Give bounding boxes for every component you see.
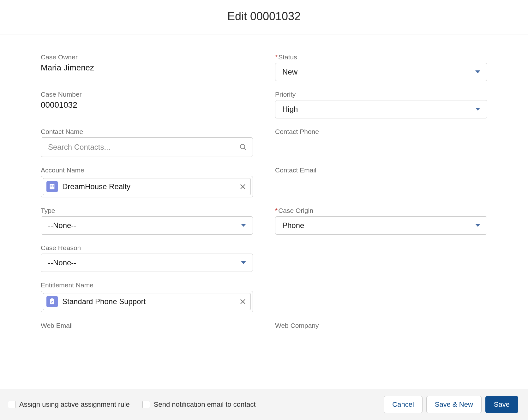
footer-buttons: Cancel Save & New Save	[384, 396, 518, 413]
send-notification-option[interactable]: Send notification email to contact	[142, 400, 256, 409]
save-button[interactable]: Save	[485, 396, 518, 413]
label-contact-email: Contact Email	[275, 166, 487, 174]
picklist-case-reason[interactable]: --None--	[41, 254, 253, 272]
label-status: *Status	[275, 53, 487, 61]
label-contact-phone: Contact Phone	[275, 128, 487, 135]
label-case-reason: Case Reason	[41, 244, 253, 252]
field-web-company: Web Company	[275, 322, 487, 331]
svg-rect-9	[50, 299, 54, 304]
modal-title: Edit 00001032	[0, 0, 528, 34]
svg-rect-4	[53, 185, 54, 186]
svg-rect-6	[53, 186, 54, 187]
picklist-status[interactable]: New	[275, 63, 487, 81]
label-case-origin-text: Case Origin	[278, 207, 313, 214]
picklist-priority[interactable]: High	[275, 100, 487, 118]
save-and-new-button[interactable]: Save & New	[426, 396, 482, 413]
label-contact-name: Contact Name	[41, 128, 253, 135]
svg-rect-10	[51, 298, 53, 300]
empty-cell	[275, 244, 487, 281]
cancel-button[interactable]: Cancel	[384, 396, 422, 413]
label-case-owner: Case Owner	[41, 53, 253, 61]
svg-line-1	[244, 148, 246, 150]
field-case-number: Case Number 00001032	[41, 91, 253, 118]
required-mark-status: *	[275, 53, 278, 61]
label-web-email: Web Email	[41, 322, 253, 329]
field-entitlement-name: Entitlement Name Standard Phone Support	[41, 281, 253, 312]
checkbox-send-notif[interactable]	[142, 401, 150, 408]
field-account-name: Account Name DreamHouse Realty	[41, 166, 253, 197]
label-entitlement-name: Entitlement Name	[41, 281, 253, 289]
field-case-origin: *Case Origin Phone	[275, 207, 487, 235]
picklist-status-value: New	[282, 68, 297, 76]
pill-account-label: DreamHouse Realty	[62, 182, 130, 191]
picklist-priority-value: High	[282, 105, 298, 114]
value-case-owner: Maria Jimenez	[41, 63, 253, 73]
pill-account: DreamHouse Realty	[43, 178, 251, 195]
picklist-type[interactable]: --None--	[41, 216, 253, 235]
picklist-type-value: --None--	[48, 221, 76, 230]
picklist-case-origin[interactable]: Phone	[275, 216, 487, 235]
picklist-case-reason-value: --None--	[48, 258, 76, 267]
field-case-owner: Case Owner Maria Jimenez	[41, 53, 253, 81]
remove-entitlement-button[interactable]	[240, 298, 246, 305]
field-type: Type --None--	[41, 207, 253, 235]
chevron-down-icon	[241, 224, 246, 227]
field-web-email: Web Email	[41, 322, 253, 331]
chevron-down-icon	[475, 107, 481, 111]
modal-body: Case Owner Maria Jimenez *Status New Cas…	[0, 34, 528, 389]
label-account-name: Account Name	[41, 166, 253, 174]
field-status: *Status New	[275, 53, 487, 81]
svg-rect-2	[50, 184, 55, 189]
chevron-down-icon	[475, 70, 481, 74]
label-case-number: Case Number	[41, 91, 253, 98]
svg-point-0	[240, 144, 245, 149]
chevron-down-icon	[475, 224, 481, 227]
lookup-entitlement-name[interactable]: Standard Phone Support	[41, 291, 253, 312]
label-send-notif: Send notification email to contact	[154, 400, 256, 409]
label-priority: Priority	[275, 91, 487, 98]
account-icon	[46, 181, 58, 192]
checkbox-assign-rule[interactable]	[8, 401, 15, 408]
modal-footer: Assign using active assignment rule Send…	[0, 389, 528, 420]
label-status-text: Status	[278, 53, 297, 61]
field-priority: Priority High	[275, 91, 487, 118]
empty-cell	[275, 281, 487, 322]
label-assign-rule: Assign using active assignment rule	[19, 400, 130, 409]
required-mark-origin: *	[275, 207, 278, 214]
svg-rect-3	[51, 185, 51, 186]
form-grid: Case Owner Maria Jimenez *Status New Cas…	[41, 53, 487, 331]
field-contact-email: Contact Email	[275, 166, 487, 197]
label-type: Type	[41, 207, 253, 214]
entitlement-icon	[46, 296, 58, 307]
pill-entitlement-label: Standard Phone Support	[62, 297, 146, 306]
search-icon	[239, 143, 247, 151]
label-case-origin: *Case Origin	[275, 207, 487, 214]
assign-rule-option[interactable]: Assign using active assignment rule	[8, 400, 130, 409]
svg-rect-5	[51, 186, 51, 187]
field-contact-name: Contact Name	[41, 128, 253, 157]
lookup-account-name[interactable]: DreamHouse Realty	[41, 176, 253, 197]
pill-entitlement: Standard Phone Support	[43, 293, 251, 310]
edit-case-modal: Edit 00001032 Case Owner Maria Jimenez *…	[0, 0, 528, 420]
input-contact-name[interactable]	[48, 143, 235, 152]
value-case-number: 00001032	[41, 100, 253, 110]
lookup-contact-name[interactable]	[41, 137, 253, 157]
chevron-down-icon	[241, 261, 246, 265]
picklist-case-origin-value: Phone	[282, 221, 304, 230]
footer-options: Assign using active assignment rule Send…	[8, 400, 384, 409]
remove-account-button[interactable]	[240, 183, 246, 190]
label-web-company: Web Company	[275, 322, 487, 329]
field-contact-phone: Contact Phone	[275, 128, 487, 157]
field-case-reason: Case Reason --None--	[41, 244, 253, 272]
